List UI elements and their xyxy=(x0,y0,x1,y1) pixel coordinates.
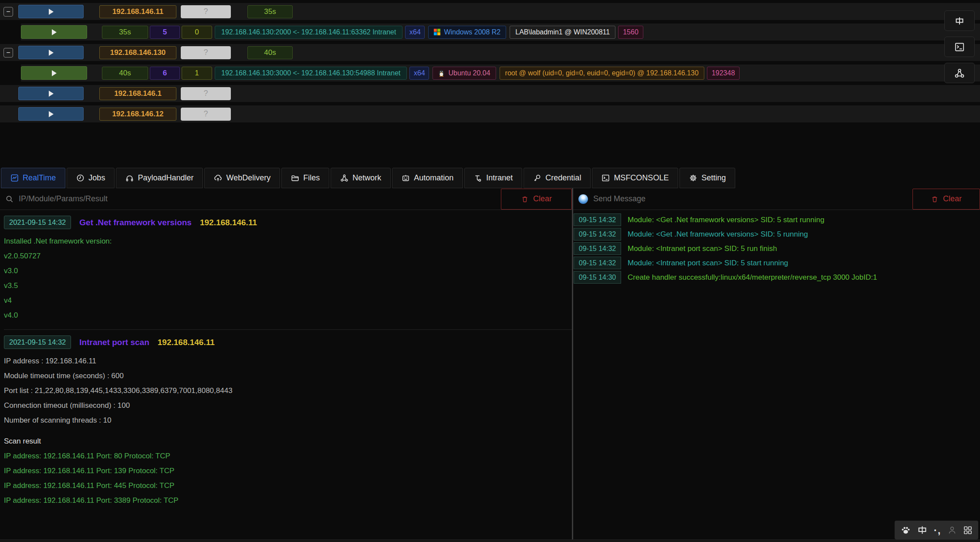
module-target-ip: 192.168.146.11 xyxy=(158,338,215,347)
message-time-badge: 09-15 14:32 xyxy=(574,228,621,241)
play-icon xyxy=(52,70,57,76)
collapse-button[interactable]: − xyxy=(3,48,13,58)
os-unknown-badge[interactable]: ? xyxy=(181,108,231,121)
tab-payloadhandler[interactable]: PayloadHandler xyxy=(116,168,203,188)
output-line: v3.0 xyxy=(4,264,572,278)
host-row[interactable]: − 192.168.146.130 ? 40s xyxy=(0,44,980,61)
tab-label: Intranet xyxy=(486,173,513,183)
host-row[interactable]: − 192.168.146.11 ? 35s xyxy=(0,3,980,20)
os-unknown-badge[interactable]: ? xyxy=(181,46,231,59)
tab-intranet[interactable]: Intranet xyxy=(464,168,522,188)
terminal-icon xyxy=(602,174,610,182)
jobs-count-badge: 0 xyxy=(182,26,212,39)
result-output: Scan result IP address: 192.168.146.11 P… xyxy=(4,434,572,508)
topology-button[interactable] xyxy=(944,63,975,83)
tab-realtime[interactable]: RealTime xyxy=(1,168,65,188)
share-nodes-icon xyxy=(340,174,348,182)
result-header: 2021-09-15 14:32 Intranet port scan 192.… xyxy=(4,335,572,349)
host-row[interactable]: 192.168.146.1 ? xyxy=(0,85,980,102)
trash-icon xyxy=(931,195,939,203)
bottom-toolbar: ·, xyxy=(895,521,978,539)
terminal-button[interactable] xyxy=(944,37,975,57)
connection-badge[interactable]: 192.168.146.130:2000 <- 192.168.146.11:6… xyxy=(215,26,402,39)
host-play-button[interactable] xyxy=(18,46,84,59)
host-play-button[interactable] xyxy=(18,5,84,18)
os-unknown-badge[interactable]: ? xyxy=(181,87,231,100)
language-toggle-button[interactable] xyxy=(944,10,975,31)
os-unknown-badge[interactable]: ? xyxy=(181,5,231,18)
tab-jobs[interactable]: Jobs xyxy=(67,168,115,188)
windows-logo-icon xyxy=(434,29,440,35)
tab-credential[interactable]: Credential xyxy=(524,168,591,188)
user-badge: root @ wolf (uid=0, gid=0, euid=0, egid=… xyxy=(500,67,704,80)
host-ip-badge[interactable]: 192.168.146.1 xyxy=(99,87,176,100)
os-badge: Ubuntu 20.04 xyxy=(433,67,496,80)
output-line: v4 xyxy=(4,293,572,308)
gear-icon xyxy=(689,174,697,182)
message-time-badge: 09-15 14:32 xyxy=(574,257,621,269)
section-title: Scan result xyxy=(4,434,572,449)
tab-label: Files xyxy=(303,173,320,183)
module-name: Get .Net framework versions xyxy=(79,218,192,227)
param-line: IP address : 192.168.146.11 xyxy=(4,354,572,369)
send-message-input[interactable] xyxy=(593,194,912,203)
tab-files[interactable]: Files xyxy=(281,168,329,188)
message-time-badge: 09-15 14:32 xyxy=(574,242,621,255)
cloud-upload-icon xyxy=(214,174,222,182)
module-result-panel: Clear 2021-09-15 14:32 Get .Net framewor… xyxy=(0,188,572,539)
connection-badge[interactable]: 192.168.146.130:3000 <- 192.168.146.130:… xyxy=(215,67,407,80)
search-input[interactable] xyxy=(19,194,501,203)
clear-results-button[interactable]: Clear xyxy=(501,189,572,210)
message-text: Module: <Get .Net framework versions> SI… xyxy=(628,216,825,224)
arch-badge: x64 xyxy=(409,67,429,80)
host-play-button[interactable] xyxy=(18,87,84,100)
host-ip-badge[interactable]: 192.168.146.130 xyxy=(99,46,176,59)
main-tabbar: RealTime Jobs PayloadHandler WebDelivery… xyxy=(1,168,980,188)
route-icon xyxy=(474,174,482,182)
message-text: Module: <Get .Net framework versions> SI… xyxy=(628,230,808,239)
paw-icon xyxy=(900,525,911,535)
collapse-button[interactable]: − xyxy=(3,7,13,17)
session-row[interactable]: 40s 6 1 192.168.146.130:3000 <- 192.168.… xyxy=(21,64,980,81)
tab-automation[interactable]: Automation xyxy=(392,168,463,188)
host-ip-badge[interactable]: 192.168.146.11 xyxy=(99,5,176,18)
session-id-badge: 6 xyxy=(150,67,180,80)
output-line: Installed .Net framework version: xyxy=(4,234,572,249)
gem-icon xyxy=(578,194,588,204)
user-button[interactable] xyxy=(947,525,957,535)
language-button[interactable] xyxy=(917,525,927,535)
tab-label: RealTime xyxy=(23,173,56,183)
session-play-button[interactable] xyxy=(21,66,87,80)
session-row[interactable]: 35s 5 0 192.168.146.130:2000 <- 192.168.… xyxy=(21,24,980,41)
param-line: Module timeout time (seconds) : 600 xyxy=(4,369,572,383)
play-icon xyxy=(49,111,54,117)
result-params: IP address : 192.168.146.11 Module timeo… xyxy=(4,354,572,428)
result-header: 2021-09-15 14:32 Get .Net framework vers… xyxy=(4,216,572,229)
message-row: 09-15 14:32 Module: <Get .Net framework … xyxy=(573,227,980,241)
arch-badge: x64 xyxy=(405,26,425,39)
tab-setting[interactable]: Setting xyxy=(679,168,735,188)
param-line: Number of scanning threads : 10 xyxy=(4,413,572,428)
timestamp-badge: 2021-09-15 14:32 xyxy=(4,335,71,349)
tab-network[interactable]: Network xyxy=(331,168,391,188)
notification-panel: Clear 09-15 14:32 Module: <Get .Net fram… xyxy=(573,188,980,539)
output-line: IP address: 192.168.146.11 Port: 445 Pro… xyxy=(4,478,572,493)
os-label: Ubuntu 20.04 xyxy=(448,69,490,77)
pid-badge: 1560 xyxy=(618,26,643,39)
comma-icon[interactable]: ·, xyxy=(934,526,941,535)
paw-button[interactable] xyxy=(900,525,911,535)
host-row[interactable]: 192.168.146.12 ? xyxy=(0,105,980,122)
tab-webdelivery[interactable]: WebDelivery xyxy=(204,168,280,188)
host-play-button[interactable] xyxy=(18,107,84,121)
grid-button[interactable] xyxy=(963,525,973,535)
tab-msfconsole[interactable]: MSFCONSOLE xyxy=(592,168,678,188)
module-results: 2021-09-15 14:32 Get .Net framework vers… xyxy=(0,216,572,508)
horizontal-scrollbar[interactable] xyxy=(0,539,980,542)
session-play-button[interactable] xyxy=(21,25,87,39)
clear-messages-button[interactable]: Clear xyxy=(912,189,980,210)
trash-icon xyxy=(521,195,529,203)
host-ip-badge[interactable]: 192.168.146.12 xyxy=(99,108,176,121)
user-icon xyxy=(947,525,957,535)
message-list: 09-15 14:32 Module: <Get .Net framework … xyxy=(573,210,980,285)
realtime-icon xyxy=(10,174,19,182)
